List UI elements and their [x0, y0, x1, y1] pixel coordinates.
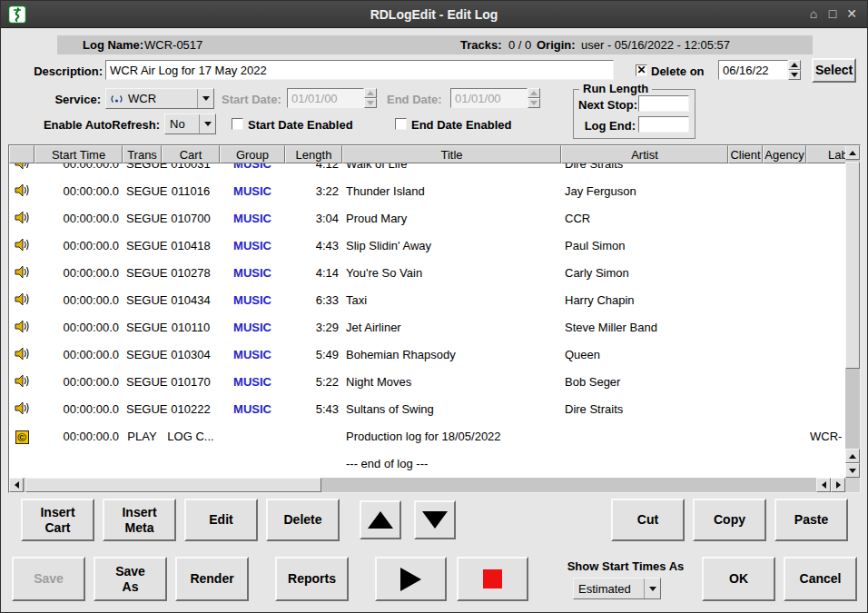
column-header-title[interactable]: Title [342, 145, 561, 163]
render-button[interactable]: Render [175, 557, 249, 601]
delete-date-input[interactable] [718, 60, 788, 80]
log-end-input[interactable] [638, 116, 689, 133]
log-row[interactable]: 00:00:00.0SEGUE011016MUSIC3:22Thunder Is… [9, 178, 845, 205]
maximize-icon[interactable]: □ [824, 6, 841, 21]
chevron-down-icon[interactable] [199, 114, 215, 133]
column-header-artist[interactable]: Artist [561, 145, 728, 163]
log-row[interactable]: 00:00:00.0SEGUE010418MUSIC4:43Slip Slidi… [9, 232, 845, 260]
end-date-input [450, 88, 528, 108]
origin-value: user - 05/16/2022 - 12:05:57 [581, 38, 730, 52]
edit-button[interactable]: Edit [184, 499, 258, 541]
cell-title: Walk of Life [342, 163, 561, 178]
cell-start-time: 00:00:00.0 [35, 423, 123, 450]
column-header-cart[interactable]: Cart [162, 145, 220, 163]
delete-on-checkbox[interactable] [636, 64, 647, 76]
show-start-times-combobox[interactable]: Estimated [573, 578, 661, 599]
column-header-trans[interactable]: Trans [123, 145, 162, 163]
spin-up-icon[interactable] [788, 60, 801, 70]
chevron-down-icon[interactable] [197, 89, 213, 108]
cell-title: Jet Airliner [342, 314, 561, 341]
copy-button[interactable]: Copy [693, 499, 766, 541]
show-start-times-label: Show Start Times As [557, 559, 695, 573]
cell-start-time: 00:00:00.0 [35, 232, 123, 260]
cell-cart: 010434 [162, 287, 220, 314]
end-date-enabled-checkbox[interactable] [395, 118, 407, 130]
table-body[interactable]: 00:00:00.0SEGUE010031MUSIC4:12Walk of Li… [9, 163, 845, 478]
cell-trans: SEGUE [123, 396, 162, 423]
paste-button[interactable]: Paste [774, 499, 848, 541]
play-button[interactable] [375, 557, 447, 601]
column-header-length[interactable]: Length [285, 145, 342, 163]
close-icon[interactable]: ✕ [843, 6, 860, 21]
service-combobox[interactable]: WCR [105, 88, 214, 109]
cell-cart: 010222 [162, 396, 220, 423]
select-button[interactable]: Select [812, 58, 856, 83]
next-stop-input[interactable] [638, 95, 689, 112]
cell-length: 3:04 [285, 205, 342, 232]
cancel-button[interactable]: Cancel [784, 557, 857, 601]
autorefresh-combobox[interactable]: No [164, 114, 216, 134]
log-row[interactable]: 00:00:00.0SEGUE010110MUSIC3:29Jet Airlin… [9, 314, 845, 341]
cell-length: 3:22 [285, 178, 342, 205]
scroll-up-icon[interactable] [845, 449, 860, 463]
shade-icon[interactable]: ⌂ [805, 6, 822, 21]
cell-title: Night Moves [342, 369, 561, 396]
insert-cart-button[interactable]: Insert Cart [21, 499, 94, 541]
insert-meta-button[interactable]: Insert Meta [103, 499, 176, 541]
description-label: Description: [19, 64, 103, 78]
cell-trans: SEGUE [123, 163, 162, 178]
origin-label: Origin: [537, 38, 576, 52]
service-icon [106, 93, 123, 104]
chevron-down-icon[interactable] [644, 578, 660, 598]
cell-icon: © [9, 430, 35, 444]
spin-down-icon[interactable] [788, 70, 801, 80]
ok-button[interactable]: OK [702, 557, 775, 601]
start-date-enabled-checkbox[interactable] [232, 118, 243, 130]
v-scrollbar-thumb[interactable] [845, 162, 860, 369]
scroll-left-icon[interactable] [9, 478, 24, 492]
log-row[interactable]: 00:00:00.0SEGUE010304MUSIC5:49Bohemian R… [9, 341, 845, 369]
column-header-label[interactable]: Label [806, 145, 845, 163]
cell-icon [9, 211, 35, 227]
column-header-agency[interactable]: Agency [763, 145, 806, 163]
column-header-icon[interactable] [9, 145, 35, 163]
scroll-right-icon[interactable] [831, 478, 845, 492]
log-row[interactable]: 00:00:00.0SEGUE010434MUSIC6:33TaxiHarry … [9, 287, 845, 314]
log-row[interactable]: 00:00:00.0SEGUE010700MUSIC3:04Proud Mary… [9, 205, 845, 232]
log-row[interactable]: 00:00:00.0SEGUE010170MUSIC5:22Night Move… [9, 369, 845, 396]
cell-icon [9, 163, 35, 173]
end-of-log-row[interactable]: --- end of log --- [9, 450, 845, 478]
play-icon [400, 568, 421, 591]
column-header-client[interactable]: Client [728, 145, 763, 163]
cell-label: WCR- [806, 423, 845, 450]
scroll-left-icon[interactable] [816, 478, 831, 492]
log-row-chain[interactable]: ©00:00:00.0PLAYLOG C...Production log fo… [9, 423, 845, 450]
h-scrollbar-thumb[interactable] [25, 478, 321, 492]
save-as-button[interactable]: Save As [94, 557, 167, 601]
cell-start-time: 00:00:00.0 [35, 396, 123, 423]
v-scrollbar[interactable] [845, 145, 860, 478]
column-header-start-time[interactable]: Start Time [35, 145, 123, 163]
column-header-group[interactable]: Group [220, 145, 285, 163]
delete-button[interactable]: Delete [266, 499, 340, 541]
scroll-up-icon[interactable] [845, 145, 860, 160]
log-row[interactable]: 00:00:00.0SEGUE010031MUSIC4:12Walk of Li… [9, 163, 845, 178]
cell-artist: Queen [561, 341, 728, 369]
cell-start-time: 00:00:00.0 [35, 260, 123, 287]
stop-button[interactable] [457, 557, 528, 601]
delete-date-spinbox[interactable] [718, 60, 801, 80]
cell-cart: 010278 [162, 260, 220, 287]
scroll-down-icon[interactable] [845, 463, 860, 478]
description-input[interactable] [105, 60, 614, 80]
reports-button[interactable]: Reports [275, 557, 349, 601]
log-row[interactable]: 00:00:00.0SEGUE010278MUSIC4:14You're So … [9, 260, 845, 287]
log-row[interactable]: 00:00:00.0SEGUE010222MUSIC5:43Sultans of… [9, 396, 845, 423]
speaker-icon [15, 401, 30, 418]
titlebar[interactable]: RDLogEdit - Edit Log ⌂ □ ✕ [1, 1, 867, 28]
cell-title: Taxi [342, 287, 561, 314]
move-down-button[interactable] [414, 500, 456, 539]
h-scrollbar[interactable] [9, 478, 845, 492]
cut-button[interactable]: Cut [611, 499, 685, 541]
speaker-icon [15, 163, 30, 173]
move-up-button[interactable] [360, 500, 401, 539]
